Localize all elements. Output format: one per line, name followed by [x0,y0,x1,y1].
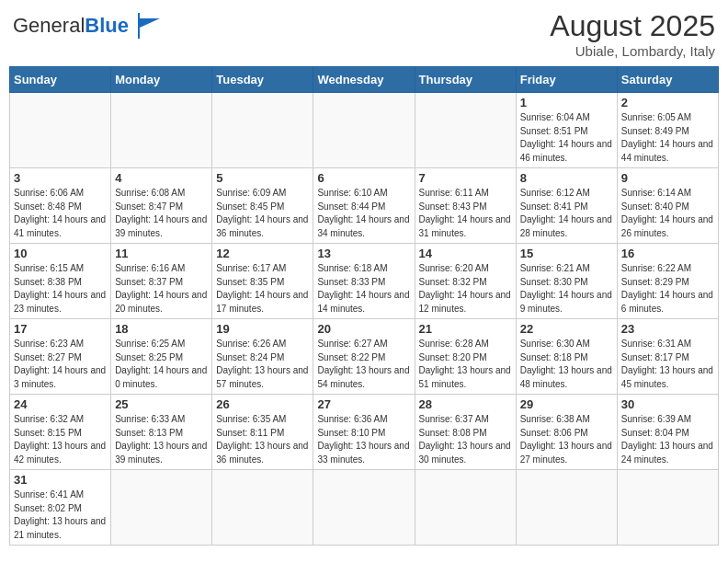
day-number: 13 [317,247,410,260]
logo-general: General [13,14,85,37]
calendar-cell: 31Sunrise: 6:41 AM Sunset: 8:02 PM Dayli… [10,470,111,546]
calendar-cell: 7Sunrise: 6:11 AM Sunset: 8:43 PM Daylig… [415,168,516,244]
svg-marker-0 [138,13,160,39]
day-header-friday: Friday [516,67,617,93]
day-info: Sunrise: 6:11 AM Sunset: 8:43 PM Dayligh… [419,187,512,240]
calendar-cell: 18Sunrise: 6:25 AM Sunset: 8:25 PM Dayli… [111,319,212,395]
day-number: 17 [14,322,107,336]
day-header-thursday: Thursday [415,67,516,93]
day-number: 14 [419,247,512,260]
location-title: Ubiale, Lombardy, Italy [550,43,715,59]
calendar-cell: 15Sunrise: 6:21 AM Sunset: 8:30 PM Dayli… [516,244,617,319]
calendar-cell: 24Sunrise: 6:32 AM Sunset: 8:15 PM Dayli… [10,395,111,470]
day-info: Sunrise: 6:36 AM Sunset: 8:10 PM Dayligh… [317,413,410,466]
logo-blue: Blue [85,14,129,37]
calendar-cell: 19Sunrise: 6:26 AM Sunset: 8:24 PM Dayli… [212,319,313,395]
calendar-cell [111,93,212,168]
day-number: 7 [419,171,512,185]
day-info: Sunrise: 6:09 AM Sunset: 8:45 PM Dayligh… [216,187,309,240]
day-number: 31 [14,473,107,487]
day-header-saturday: Saturday [617,67,718,93]
day-info: Sunrise: 6:35 AM Sunset: 8:11 PM Dayligh… [216,413,309,466]
calendar-cell [415,470,516,546]
day-info: Sunrise: 6:27 AM Sunset: 8:22 PM Dayligh… [317,338,410,391]
day-number: 28 [419,397,512,411]
day-header-wednesday: Wednesday [313,67,415,93]
day-info: Sunrise: 6:22 AM Sunset: 8:29 PM Dayligh… [621,262,714,316]
calendar-cell: 21Sunrise: 6:28 AM Sunset: 8:20 PM Dayli… [415,319,516,395]
day-info: Sunrise: 6:20 AM Sunset: 8:32 PM Dayligh… [419,262,512,316]
day-number: 2 [621,96,714,109]
calendar-cell [10,93,111,168]
calendar-cell [313,93,415,168]
logo: GeneralBlue [13,9,165,42]
day-number: 11 [115,247,208,260]
day-info: Sunrise: 6:37 AM Sunset: 8:08 PM Dayligh… [419,413,512,466]
day-info: Sunrise: 6:30 AM Sunset: 8:18 PM Dayligh… [520,338,613,391]
day-number: 19 [216,322,309,336]
calendar-week-row: 24Sunrise: 6:32 AM Sunset: 8:15 PM Dayli… [10,395,719,470]
day-info: Sunrise: 6:39 AM Sunset: 8:04 PM Dayligh… [621,413,714,466]
day-number: 6 [317,171,410,185]
day-number: 5 [216,171,309,185]
calendar-table: SundayMondayTuesdayWednesdayThursdayFrid… [9,66,719,546]
calendar-week-row: 3Sunrise: 6:06 AM Sunset: 8:48 PM Daylig… [10,168,719,244]
calendar-cell: 2Sunrise: 6:05 AM Sunset: 8:49 PM Daylig… [617,93,718,168]
day-info: Sunrise: 6:06 AM Sunset: 8:48 PM Dayligh… [14,187,107,240]
day-info: Sunrise: 6:32 AM Sunset: 8:15 PM Dayligh… [14,413,107,466]
day-info: Sunrise: 6:14 AM Sunset: 8:40 PM Dayligh… [621,187,714,240]
calendar-week-row: 31Sunrise: 6:41 AM Sunset: 8:02 PM Dayli… [10,470,719,546]
calendar-cell [617,470,718,546]
calendar-cell [111,470,212,546]
calendar-cell: 25Sunrise: 6:33 AM Sunset: 8:13 PM Dayli… [111,395,212,470]
calendar-cell: 4Sunrise: 6:08 AM Sunset: 8:47 PM Daylig… [111,168,212,244]
calendar-cell [313,470,415,546]
day-info: Sunrise: 6:18 AM Sunset: 8:33 PM Dayligh… [317,262,410,316]
day-number: 10 [14,247,107,260]
day-number: 15 [520,247,613,260]
calendar-cell: 29Sunrise: 6:38 AM Sunset: 8:06 PM Dayli… [516,395,617,470]
calendar-cell: 28Sunrise: 6:37 AM Sunset: 8:08 PM Dayli… [415,395,516,470]
day-info: Sunrise: 6:12 AM Sunset: 8:41 PM Dayligh… [520,187,613,240]
calendar-cell: 13Sunrise: 6:18 AM Sunset: 8:33 PM Dayli… [313,244,415,319]
calendar-cell: 20Sunrise: 6:27 AM Sunset: 8:22 PM Dayli… [313,319,415,395]
calendar-week-row: 17Sunrise: 6:23 AM Sunset: 8:27 PM Dayli… [10,319,719,395]
calendar-cell: 30Sunrise: 6:39 AM Sunset: 8:04 PM Dayli… [617,395,718,470]
day-header-tuesday: Tuesday [212,67,313,93]
logo-flag-icon [132,9,165,42]
calendar-week-row: 1Sunrise: 6:04 AM Sunset: 8:51 PM Daylig… [10,93,719,168]
day-info: Sunrise: 6:38 AM Sunset: 8:06 PM Dayligh… [520,413,613,466]
day-number: 25 [115,397,208,411]
calendar-cell: 10Sunrise: 6:15 AM Sunset: 8:38 PM Dayli… [10,244,111,319]
day-info: Sunrise: 6:41 AM Sunset: 8:02 PM Dayligh… [14,488,107,542]
day-number: 9 [621,171,714,185]
day-info: Sunrise: 6:25 AM Sunset: 8:25 PM Dayligh… [115,338,208,391]
day-number: 26 [216,397,309,411]
day-number: 30 [621,397,714,411]
calendar-cell: 22Sunrise: 6:30 AM Sunset: 8:18 PM Dayli… [516,319,617,395]
day-number: 24 [14,397,107,411]
calendar-header-row: SundayMondayTuesdayWednesdayThursdayFrid… [10,67,719,93]
day-number: 8 [520,171,613,185]
day-info: Sunrise: 6:21 AM Sunset: 8:30 PM Dayligh… [520,262,613,316]
calendar-cell [212,470,313,546]
day-info: Sunrise: 6:15 AM Sunset: 8:38 PM Dayligh… [14,262,107,316]
day-header-monday: Monday [111,67,212,93]
calendar-cell: 17Sunrise: 6:23 AM Sunset: 8:27 PM Dayli… [10,319,111,395]
day-number: 23 [621,322,714,336]
day-number: 4 [115,171,208,185]
calendar-cell [415,93,516,168]
day-info: Sunrise: 6:33 AM Sunset: 8:13 PM Dayligh… [115,413,208,466]
day-number: 3 [14,171,107,185]
day-number: 18 [115,322,208,336]
day-info: Sunrise: 6:10 AM Sunset: 8:44 PM Dayligh… [317,187,410,240]
calendar-cell: 8Sunrise: 6:12 AM Sunset: 8:41 PM Daylig… [516,168,617,244]
logo-text: GeneralBlue [13,16,129,36]
calendar-cell: 6Sunrise: 6:10 AM Sunset: 8:44 PM Daylig… [313,168,415,244]
calendar-cell: 5Sunrise: 6:09 AM Sunset: 8:45 PM Daylig… [212,168,313,244]
day-header-sunday: Sunday [10,67,111,93]
calendar-cell: 3Sunrise: 6:06 AM Sunset: 8:48 PM Daylig… [10,168,111,244]
header: GeneralBlue August 2025 Ubiale, Lombardy… [9,9,719,59]
calendar-cell: 27Sunrise: 6:36 AM Sunset: 8:10 PM Dayli… [313,395,415,470]
day-info: Sunrise: 6:23 AM Sunset: 8:27 PM Dayligh… [14,338,107,391]
